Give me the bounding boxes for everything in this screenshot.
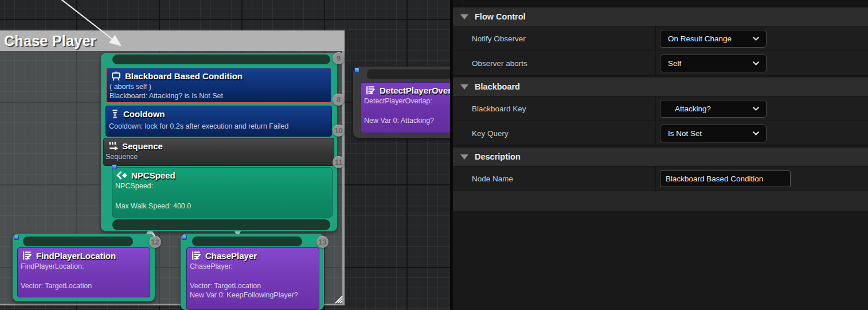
section-header-flow-control[interactable]: Flow Control xyxy=(453,7,868,26)
service-npcspeed[interactable]: NPCSpeed NPCSpeed: Max Walk Speed: 400.0 xyxy=(112,167,333,218)
task-body[interactable]: DetectPlayerOverlap DetectPlayerOverlap:… xyxy=(361,82,450,133)
service-name-text: NPCSpeed: xyxy=(112,182,332,190)
chevron-down-icon xyxy=(752,131,760,135)
section-empty-area xyxy=(453,191,868,211)
node-sequence-group[interactable]: Blackboard Based Condition ( aborts self… xyxy=(101,53,337,231)
property-row: Observer aborts Self xyxy=(453,51,868,76)
task-blueprint-indicator-icon xyxy=(354,68,359,73)
task-blueprint-indicator-icon xyxy=(14,235,19,240)
observer-aborts-dropdown[interactable]: Self xyxy=(660,55,767,72)
node-title: Cooldown xyxy=(123,109,165,119)
chevron-down-icon xyxy=(460,84,468,90)
task-icon xyxy=(365,86,376,95)
chevron-down-icon xyxy=(752,106,760,111)
property-label: Node Name xyxy=(472,175,513,183)
property-label: Blackboard Key xyxy=(472,104,526,113)
sequence-subtitle: Sequence xyxy=(104,153,334,161)
task-name-text: FindPlayerLocation: xyxy=(18,262,150,270)
node-name-input[interactable] xyxy=(660,170,791,187)
execution-index-badge: 12 xyxy=(149,236,161,248)
property-row: Key Query Is Not Set xyxy=(453,121,868,146)
node-title: ChasePlayer xyxy=(205,251,257,261)
dropdown-value: Is Not Set xyxy=(668,129,702,138)
node-title: Blackboard Based Condition xyxy=(125,71,243,81)
input-pin-bar[interactable] xyxy=(192,237,302,246)
task-newvar-text: New Var 0: KeepFollowingPlayer? xyxy=(187,291,319,299)
notify-observer-dropdown[interactable]: On Result Change xyxy=(660,30,767,48)
comment-resize-grip[interactable] xyxy=(333,294,343,304)
chevron-down-icon xyxy=(752,36,760,41)
sequence-icon xyxy=(108,141,119,151)
task-chaseplayer[interactable]: ChasePlayer ChasePlayer: Vector: TargetL… xyxy=(181,234,324,310)
task-body[interactable]: FindPlayerLocation FindPlayerLocation: V… xyxy=(17,247,150,297)
cooldown-icon xyxy=(110,109,120,119)
task-vector-text: Vector: TargetLocation xyxy=(187,282,319,290)
task-body[interactable]: ChasePlayer ChasePlayer: Vector: TargetL… xyxy=(186,247,319,310)
behavior-tree-editor: Chase Player xyxy=(0,0,868,310)
execution-index-badge: 10 xyxy=(333,125,345,137)
divider xyxy=(463,0,463,7)
key-query-dropdown[interactable]: Is Not Set xyxy=(660,125,767,142)
chevron-down-icon xyxy=(460,154,468,160)
execution-index-badge: 13 xyxy=(316,236,329,248)
property-label: Notify Observer xyxy=(472,34,526,43)
task-icon xyxy=(191,251,202,261)
execution-index-badge: 8 xyxy=(333,94,345,106)
node-title: FindPlayerLocation xyxy=(36,251,116,261)
property-label: Observer aborts xyxy=(472,59,527,68)
node-title: DetectPlayerOverlap xyxy=(380,86,450,95)
blackboard-easel-icon xyxy=(111,71,122,81)
chevron-down-icon xyxy=(460,14,468,20)
cooldown-description-text: Cooldown: lock for 0.2s after execution … xyxy=(106,122,331,130)
section-header-blackboard[interactable]: Blackboard xyxy=(453,78,868,96)
input-pin-bar[interactable] xyxy=(112,55,330,64)
task-newvar-text: New Var 0: Attacking? xyxy=(361,117,450,125)
task-icon xyxy=(22,251,33,261)
input-pin-bar[interactable] xyxy=(367,69,450,79)
decorator-blackboard-based-condition[interactable]: Blackboard Based Condition ( aborts self… xyxy=(105,67,332,103)
property-row: Blackboard Key Attacking? xyxy=(453,96,868,121)
service-icon xyxy=(116,170,128,180)
decorator-aborts-text: ( aborts self ) xyxy=(107,83,331,91)
comment-header[interactable]: Chase Player xyxy=(0,30,345,51)
input-pin-bar[interactable] xyxy=(23,237,133,246)
service-speed-text: Max Walk Speed: 400.0 xyxy=(112,202,332,210)
task-name-text: DetectPlayerOverlap: xyxy=(361,97,450,105)
node-title: NPCSpeed xyxy=(131,170,175,180)
dropdown-value: Attacking? xyxy=(668,104,711,113)
node-title: Sequence xyxy=(122,141,163,151)
task-findplayerlocation[interactable]: FindPlayerLocation FindPlayerLocation: V… xyxy=(13,234,155,301)
execution-index-badge: 9 xyxy=(333,52,345,64)
decorator-cooldown[interactable]: Cooldown Cooldown: lock for 0.2s after e… xyxy=(105,106,332,137)
section-title: Description xyxy=(475,152,521,161)
blackboard-key-dropdown[interactable]: Attacking? xyxy=(660,100,767,118)
property-row: Notify Observer On Result Change xyxy=(453,26,868,51)
section-header-description[interactable]: Description xyxy=(453,148,868,166)
chevron-down-icon xyxy=(752,61,760,65)
property-row: Node Name xyxy=(453,166,868,191)
details-panel-top-strip xyxy=(453,0,868,7)
section-title: Flow Control xyxy=(475,12,526,21)
details-panel: Flow Control Notify Observer On Result C… xyxy=(453,0,868,310)
section-title: Blackboard xyxy=(475,82,520,91)
dropdown-value: Self xyxy=(668,59,681,68)
graph-canvas[interactable]: Chase Player xyxy=(0,0,450,310)
task-name-text: ChasePlayer: xyxy=(187,262,319,270)
task-vector-text: Vector: TargetLocation xyxy=(18,282,150,290)
comment-title: Chase Player xyxy=(4,33,96,49)
output-pin-bar[interactable] xyxy=(112,219,330,230)
service-blueprint-indicator-icon xyxy=(112,164,117,169)
execution-index-badge: 11 xyxy=(333,156,345,168)
task-blueprint-indicator-icon xyxy=(182,235,187,240)
property-label: Key Query xyxy=(472,129,509,138)
dropdown-value: On Result Change xyxy=(668,34,732,43)
task-detectplayeroverlap[interactable]: DetectPlayerOverlap DetectPlayerOverlap:… xyxy=(353,67,450,138)
decorator-condition-text: Blackboard: Attacking? is Is Not Set xyxy=(107,92,331,100)
composite-sequence[interactable]: Sequence Sequence xyxy=(103,138,334,166)
